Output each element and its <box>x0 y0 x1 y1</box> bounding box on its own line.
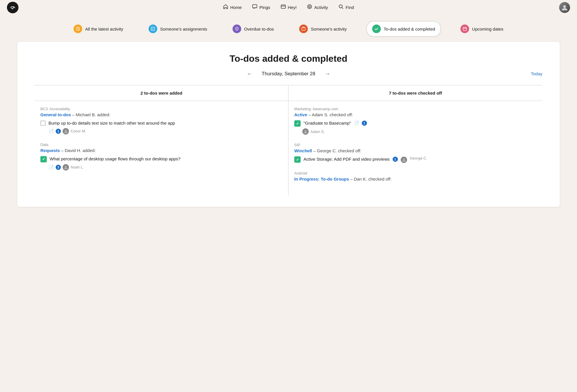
main-content: To-dos added & completed ← Thursday, Sep… <box>17 42 560 207</box>
badge-2: 3 <box>56 165 61 170</box>
added-todo-2-list-link[interactable]: Requests <box>40 148 60 153</box>
nav-pings[interactable]: Pings <box>252 4 270 11</box>
checked-todo-1-text: "Graduate to Basecamp" <box>304 120 351 126</box>
added-todo-1-header: General to-dos – Michael B. added: <box>40 112 282 117</box>
badge-checked-2: 1 <box>393 157 398 162</box>
svg-rect-1 <box>281 5 285 8</box>
svg-point-2 <box>308 5 312 9</box>
next-date-button[interactable]: → <box>322 69 333 78</box>
added-todo-1-meta-name: Conor M. <box>71 129 86 133</box>
added-todo-1: BC3: Accessibility General to-dos – Mich… <box>40 107 282 134</box>
checked-todo-1-header: Active – Adam S. checked off: <box>294 112 537 117</box>
user-avatar[interactable] <box>559 2 570 13</box>
filter-latest-activity[interactable]: All the latest activity <box>68 21 129 37</box>
svg-point-4 <box>339 5 342 8</box>
doc-icon-1: 📄 <box>48 129 54 134</box>
nav-activity[interactable]: Activity <box>307 4 328 11</box>
checked-todo-2-checkbox[interactable]: ✓ <box>294 156 301 163</box>
svg-point-8 <box>237 29 237 30</box>
added-col-header: 2 to-dos were added <box>35 85 288 101</box>
added-todo-1-text: Bump up to-do details text size to match… <box>48 120 175 126</box>
app-logo[interactable] <box>7 2 18 13</box>
added-todo-2-project: Data <box>40 142 282 147</box>
checked-todo-1-project: Marketing: basecamp.com <box>294 107 537 111</box>
logo-icon[interactable] <box>7 2 18 13</box>
todo-2-checkbox[interactable]: ✓ <box>40 156 47 162</box>
hey-icon <box>281 4 286 11</box>
added-todo-2-item: ✓ What percentage of desktop usage flows… <box>40 156 282 162</box>
checked-todos-body: Marketing: basecamp.com Active – Adam S.… <box>288 101 542 195</box>
checked-todo-2-project: SIP <box>294 143 537 147</box>
added-todo-1-meta: 📄 1 Conor M. <box>48 128 282 134</box>
nav-find[interactable]: Find <box>338 4 354 11</box>
checked-todo-3-by: – Dan K. checked off: <box>350 177 391 181</box>
svg-rect-9 <box>302 28 305 30</box>
activity-icon <box>307 4 312 11</box>
filter-overdue-todos[interactable]: Overdue to-dos <box>227 21 280 37</box>
nav-hey[interactable]: Hey! <box>281 4 297 11</box>
svg-rect-7 <box>151 27 155 31</box>
filter-someones-activity[interactable]: Someone's activity <box>293 21 353 37</box>
checked-todo-3-header: In Progress: To-do Groups – Dan K. check… <box>294 177 537 181</box>
avatar-conor <box>63 128 69 134</box>
checked-todo-3: Android In Progress: To-do Groups – Dan … <box>294 171 537 181</box>
checked-todo-2-header: Winchell – George C. checked off: <box>294 148 537 153</box>
checked-todo-1-meta-name: Adam S. <box>310 130 325 134</box>
filter-someones-assignments[interactable]: Someone's assignments <box>143 21 213 37</box>
doc-icon-checked-1: 📄 <box>354 121 359 125</box>
nav-home[interactable]: Home <box>223 4 242 11</box>
added-todo-2: Data Requests – David H. added: ✓ What p… <box>40 142 282 170</box>
checked-col-header: 7 to-dos were checked off <box>288 85 542 101</box>
svg-rect-10 <box>463 27 467 31</box>
checked-todo-2-by: – George C. checked off: <box>313 148 361 153</box>
checked-todo-2-text: Active Storage: Add PDF and video previe… <box>304 156 390 162</box>
filter-todos-added-completed[interactable]: To-dos added & completed <box>366 21 441 37</box>
date-navigation: ← Thursday, September 28 → Today <box>35 69 542 78</box>
avatar-adam <box>302 128 309 135</box>
checked-todo-1-item: ✓ "Graduate to Basecamp" 📄 1 <box>294 120 537 127</box>
avatar-image <box>559 2 570 13</box>
added-todo-1-project: BC3: Accessibility <box>40 107 282 111</box>
someones-assignments-icon <box>149 25 157 33</box>
checked-todo-1-meta: Adam S. <box>302 128 537 135</box>
nav-items: Home Pings Hey! Activity Find <box>223 4 354 11</box>
svg-point-12 <box>65 166 67 168</box>
todos-added-completed-icon <box>372 25 381 33</box>
someones-activity-icon <box>299 25 308 33</box>
today-link[interactable]: Today <box>531 71 542 76</box>
filter-bar: All the latest activity Someone's assign… <box>0 15 577 42</box>
avatar-noah <box>63 164 69 170</box>
added-todos-body: BC3: Accessibility General to-dos – Mich… <box>35 101 288 195</box>
home-icon <box>223 4 228 11</box>
checked-todo-1-checkbox[interactable]: ✓ <box>294 120 301 127</box>
badge-checked-1: 1 <box>362 121 367 126</box>
added-todo-2-meta: 📄 3 Noah L. <box>48 164 282 170</box>
added-todo-2-header: Requests – David H. added: <box>40 148 282 153</box>
todos-table: 2 to-dos were added 7 to-dos were checke… <box>35 85 542 195</box>
checked-todo-1-list-link[interactable]: Active <box>294 112 307 117</box>
checked-todo-2-item: ✓ Active Storage: Add PDF and video prev… <box>294 156 537 163</box>
overdue-todos-icon <box>233 25 241 33</box>
checked-todo-2-list-link[interactable]: Winchell <box>294 148 312 153</box>
added-todo-1-item: Bump up to-do details text size to match… <box>40 120 282 126</box>
upcoming-dates-icon <box>460 25 469 33</box>
checked-todo-3-project: Android <box>294 171 537 175</box>
checked-todo-3-list-link[interactable]: In Progress: To-do Groups <box>294 177 349 181</box>
top-nav: Home Pings Hey! Activity Find <box>0 0 577 15</box>
latest-activity-icon <box>74 25 82 33</box>
doc-icon-2: 📄 <box>48 165 54 170</box>
current-date: Thursday, September 28 <box>262 71 315 77</box>
checked-todo-2-meta-name: George C. <box>410 156 427 160</box>
pings-icon <box>252 4 257 11</box>
prev-date-button[interactable]: ← <box>244 69 255 78</box>
checked-todo-1: Marketing: basecamp.com Active – Adam S.… <box>294 107 537 135</box>
todo-1-checkbox[interactable] <box>40 121 46 126</box>
added-todo-2-text: What percentage of desktop usage flows t… <box>50 156 181 162</box>
page-title: To-dos added & completed <box>35 53 542 64</box>
filter-upcoming-dates[interactable]: Upcoming dates <box>455 21 509 37</box>
added-todo-2-meta-name: Noah L. <box>71 165 84 169</box>
checked-todo-1-by: – Adam S. checked off: <box>308 112 353 117</box>
find-icon <box>338 4 344 11</box>
added-todo-1-list-link[interactable]: General to-dos <box>40 112 71 117</box>
added-todo-2-by: – David H. added: <box>61 148 96 153</box>
